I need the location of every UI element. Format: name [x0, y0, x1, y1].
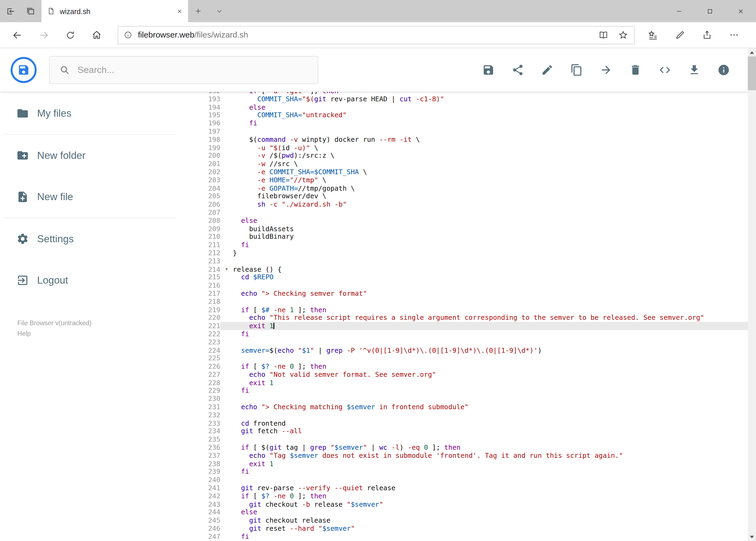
scroll-up-icon[interactable] — [748, 48, 756, 56]
code-line[interactable]: 224 semver=$(echo "$1" | grep -P '^v(0|[… — [195, 346, 756, 354]
code-line[interactable]: 231 echo "> Checking matching $semver in… — [195, 403, 756, 411]
code-line[interactable]: 197 — [195, 128, 756, 136]
code-line[interactable]: 211 fi — [195, 241, 756, 249]
code-line[interactable]: 235 — [195, 435, 756, 443]
code-line[interactable]: 199 -u "$(id -u)" \ — [195, 144, 756, 152]
code-line[interactable]: 239 fi — [195, 468, 756, 476]
more-options-icon[interactable] — [720, 22, 747, 48]
delete-icon[interactable] — [629, 64, 641, 76]
info-icon[interactable] — [717, 64, 730, 76]
code-line[interactable]: 228 exit 1 — [195, 379, 756, 387]
code-line[interactable]: 220 echo "This release script requires a… — [195, 314, 756, 322]
code-editor[interactable]: 192 if [ -d ".git" ]; then193 COMMIT_SHA… — [195, 92, 756, 541]
share-icon[interactable] — [511, 64, 524, 76]
code-line[interactable]: 218 — [195, 297, 756, 306]
scrollbar-thumb[interactable] — [748, 56, 756, 90]
search-input[interactable] — [77, 64, 291, 76]
code-line[interactable]: 215 cd $REPO — [195, 273, 756, 281]
code-line[interactable]: 217 echo "> Checking semver format" — [195, 289, 756, 297]
code-line[interactable]: 226 if [ $? -ne 0 ]; then — [195, 362, 756, 370]
site-info-icon[interactable] — [124, 31, 132, 39]
code-line[interactable]: 210 buildBinary — [195, 233, 756, 241]
code-line[interactable]: 194 else — [195, 103, 756, 111]
code-line[interactable]: 204 -e GOPATH=//tmp/gopath \ — [195, 184, 756, 192]
code-line[interactable]: 207 — [195, 209, 756, 217]
code-line[interactable]: 206 sh -c "./wizard.sh -b" — [195, 201, 756, 209]
code-line[interactable]: 205 filebrowser/dev \ — [195, 192, 756, 201]
code-line[interactable]: 221 exit 1 — [195, 322, 756, 330]
code-line[interactable]: 227 echo "Not valid semver format. See s… — [195, 370, 756, 379]
tab-close-icon[interactable] — [177, 8, 182, 14]
forward-button[interactable] — [31, 22, 57, 48]
sidebar-item-new-folder[interactable]: New folder — [0, 135, 195, 176]
code-line[interactable]: 202 -e COMMIT_SHA=$COMMIT_SHA \ — [195, 168, 756, 176]
code-line[interactable]: 216 — [195, 281, 756, 289]
code-line[interactable]: 196 fi — [195, 119, 756, 128]
edit-icon[interactable] — [541, 64, 553, 76]
code-line[interactable]: 193 COMMIT_SHA="$(git rev-parse HEAD | c… — [195, 95, 756, 103]
code-line[interactable]: 233 cd frontend — [195, 419, 756, 427]
filebrowser-logo[interactable] — [11, 57, 36, 83]
help-link[interactable]: Help — [17, 329, 195, 339]
code-line[interactable]: 234 git fetch --all — [195, 427, 756, 435]
code-line[interactable]: 232 — [195, 411, 756, 419]
fold-arrow-icon[interactable]: ▾ — [220, 265, 233, 273]
set-tabs-aside-icon[interactable] — [6, 6, 15, 16]
scroll-down-icon[interactable] — [748, 533, 756, 541]
code-line[interactable]: 208 else — [195, 217, 756, 225]
code-line[interactable]: 237 echo "Tag $semver does not exist in … — [195, 452, 756, 460]
sidebar-item-new-file[interactable]: New file — [0, 176, 195, 218]
code-line[interactable]: 240 — [195, 476, 756, 484]
vertical-scrollbar[interactable] — [748, 48, 756, 541]
code-line[interactable]: 230 — [195, 395, 756, 403]
hub-favorites-icon[interactable] — [639, 22, 666, 48]
raw-code-icon[interactable] — [658, 64, 671, 76]
code-line[interactable]: 209 buildAssets — [195, 225, 756, 233]
tabs-preview-icon[interactable] — [26, 6, 35, 16]
favorite-star-icon[interactable] — [618, 30, 629, 40]
code-line[interactable]: 192 if [ -d ".git" ]; then — [195, 92, 756, 95]
url-field[interactable]: filebrowser.web/files/wizard.sh — [118, 26, 634, 44]
code-line[interactable]: 212} — [195, 249, 756, 257]
code-line[interactable]: 214▾release () { — [195, 265, 756, 273]
code-line[interactable]: 243 git checkout -b release "$semver" — [195, 500, 756, 508]
code-line[interactable]: 247 fi — [195, 533, 756, 541]
code-line[interactable]: 213 — [195, 257, 756, 265]
code-line[interactable]: 244 else — [195, 508, 756, 516]
close-window-button[interactable] — [725, 0, 756, 22]
refresh-button[interactable] — [57, 22, 84, 48]
sidebar-item-logout[interactable]: Logout — [0, 260, 195, 301]
code-line[interactable]: 195 COMMIT_SHA="untracked" — [195, 111, 756, 119]
code-line[interactable]: 200 -v /$(pwd):/src:z \ — [195, 152, 756, 160]
web-note-pen-icon[interactable] — [666, 22, 693, 48]
code-line[interactable]: 225 — [195, 354, 756, 362]
code-line[interactable]: 198 $(command -v winpty) docker run --rm… — [195, 136, 756, 144]
back-button[interactable] — [4, 22, 30, 48]
code-line[interactable]: 201 -w //src \ — [195, 160, 756, 168]
copy-icon[interactable] — [570, 64, 583, 76]
code-line[interactable]: 246 git reset --hard "$semver" — [195, 525, 756, 533]
sidebar-item-settings[interactable]: Settings — [0, 218, 195, 260]
home-button[interactable] — [84, 22, 110, 48]
code-line[interactable]: 238 exit 1 — [195, 460, 756, 468]
search-box[interactable] — [49, 56, 318, 84]
new-tab-button[interactable] — [192, 0, 204, 22]
code-line[interactable]: 236 if [ $(git tag | grep "$semver" | wc… — [195, 443, 756, 452]
code-line[interactable]: 242 if [ $? -ne 0 ]; then — [195, 492, 756, 500]
maximize-button[interactable] — [694, 0, 725, 22]
code-line[interactable]: 245 git checkout release — [195, 516, 756, 525]
code-line[interactable]: 229 fi — [195, 387, 756, 395]
code-line[interactable]: 241 git rev-parse --verify --quiet relea… — [195, 484, 756, 492]
browser-tab[interactable]: wizard.sh — [42, 0, 188, 22]
download-icon[interactable] — [688, 64, 700, 76]
code-line[interactable]: 222 fi — [195, 330, 756, 338]
save-icon[interactable] — [482, 64, 494, 76]
reading-view-icon[interactable] — [599, 30, 609, 40]
code-line[interactable]: 219 if [ $# -ne 1 ]; then — [195, 306, 756, 314]
minimize-button[interactable] — [663, 0, 694, 22]
sidebar-item-my-files[interactable]: My files — [0, 93, 195, 134]
share-page-icon[interactable] — [693, 22, 720, 48]
code-line[interactable]: 223 — [195, 338, 756, 346]
tab-previews-chevron-icon[interactable] — [213, 0, 226, 22]
code-line[interactable]: 203 -e HOME="//tmp" \ — [195, 176, 756, 184]
